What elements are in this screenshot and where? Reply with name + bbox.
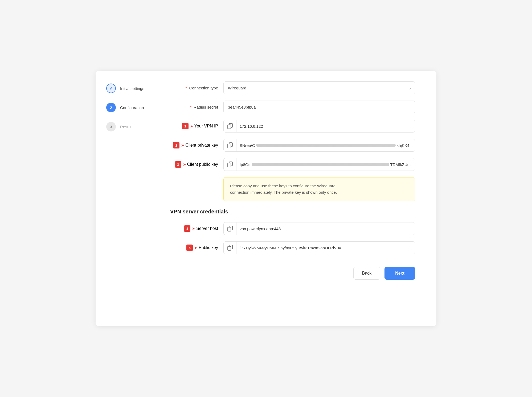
step-label-result: Result [120, 125, 132, 129]
public-key-start: Ip8Gtr [240, 162, 251, 167]
client-public-key-field: Ip8Gtr TRMfkZUs= [223, 158, 415, 171]
server-public-key-text: lPYDylwk5X4tyUMNT9ny/nyPSyHwk31mzm2ahOH7… [240, 246, 341, 250]
public-key-end: TRMfkZUs= [390, 162, 412, 167]
footer-actions: Back Next [170, 263, 415, 280]
svg-rect-3 [228, 144, 231, 148]
arrow-icon-2: ➤ [181, 143, 184, 147]
radius-secret-label: * Radius secret [170, 105, 223, 109]
step-label-initial-settings: Initial settings [120, 86, 144, 91]
next-button[interactable]: Next [384, 267, 415, 280]
radius-secret-row: * Radius secret [170, 101, 415, 113]
connection-type-row: * Connection type Wireguard OpenVPN ⌄ [170, 81, 415, 94]
info-box-text: Please copy and use these keys to config… [230, 184, 337, 195]
back-button[interactable]: Back [353, 267, 380, 280]
step-item-initial-settings: ✓ Initial settings [106, 84, 159, 93]
server-public-key-field: lPYDylwk5X4tyUMNT9ny/nyPSyHwk31mzm2ahOH7… [223, 241, 415, 254]
client-private-key-field: SNreu/C khjKX4= [223, 139, 415, 152]
vpn-ip-value: 172.16.6.122 [236, 124, 415, 129]
step-item-configuration: 2 Configuration [106, 103, 159, 112]
sidebar: ✓ Initial settings 2 Configuration 3 Res… [106, 81, 159, 316]
server-host-value: vpn.powerlynx.app:443 [236, 226, 415, 231]
server-public-key-label-wrapper: 5 ➤ Public key [170, 245, 223, 251]
arrow-icon-4: ➤ [192, 226, 195, 231]
svg-rect-1 [228, 125, 231, 129]
private-key-blur [256, 144, 396, 147]
vpn-ip-row: 1 ➤ Your VPN IP 172.16.6.122 [170, 120, 415, 133]
required-star-2: * [190, 105, 191, 109]
vpn-ip-text: 172.16.6.122 [240, 124, 263, 129]
radius-secret-input[interactable] [223, 101, 415, 113]
step-connector-1 [111, 94, 111, 102]
step-circle-2: 2 [106, 103, 116, 112]
client-public-key-label-wrapper: 3 ➤ Client public key [170, 161, 223, 168]
step-connector-2 [111, 113, 111, 121]
step-number-3: 3 [110, 125, 112, 129]
badge-1: 1 [182, 123, 189, 129]
badge-5: 5 [186, 245, 193, 251]
step-circle-3: 3 [106, 122, 116, 131]
badge-4: 4 [184, 225, 190, 232]
info-box: Please copy and use these keys to config… [223, 177, 415, 201]
vpn-ip-field: 172.16.6.122 [223, 120, 415, 133]
svg-rect-7 [228, 227, 231, 231]
arrow-icon-1: ➤ [190, 124, 193, 128]
client-private-key-label-wrapper: 2 ➤ Client private key [170, 142, 223, 148]
copy-icon-public-key[interactable] [224, 158, 236, 171]
server-host-field: vpn.powerlynx.app:443 [223, 222, 415, 235]
server-host-row: 4 ➤ Server host vpn.powerlynx.app:443 [170, 222, 415, 235]
vpn-credentials-title: VPN server credentials [170, 209, 415, 215]
connection-type-wrapper: Wireguard OpenVPN ⌄ [223, 81, 415, 94]
vpn-ip-label-wrapper: 1 ➤ Your VPN IP [170, 123, 223, 129]
server-public-key-row: 5 ➤ Public key lPYDylwk5X4tyUMNT9ny/nyPS… [170, 241, 415, 254]
arrow-icon-3: ➤ [183, 162, 186, 167]
connection-type-label: * Connection type [170, 86, 223, 90]
copy-icon-server-public-key[interactable] [224, 241, 236, 254]
private-key-start: SNreu/C [240, 143, 255, 148]
private-key-end: khjKX4= [397, 143, 412, 148]
connection-type-select[interactable]: Wireguard OpenVPN [223, 81, 415, 94]
step-item-result: 3 Result [106, 122, 159, 131]
step-number-2: 2 [110, 105, 112, 110]
client-private-key-value: SNreu/C khjKX4= [236, 143, 415, 148]
client-private-key-row: 2 ➤ Client private key SNreu/C khjKX4= [170, 139, 415, 152]
svg-rect-9 [228, 246, 231, 250]
client-public-key-value: Ip8Gtr TRMfkZUs= [236, 162, 415, 167]
public-key-blur [252, 163, 389, 166]
server-host-text: vpn.powerlynx.app:443 [240, 226, 281, 231]
badge-3: 3 [175, 161, 181, 168]
main-content: * Connection type Wireguard OpenVPN ⌄ * … [159, 81, 426, 316]
checkmark-icon: ✓ [109, 85, 113, 91]
badge-2: 2 [173, 142, 179, 148]
arrow-icon-5: ➤ [194, 246, 198, 250]
step-label-configuration: Configuration [120, 105, 144, 110]
copy-icon-private-key[interactable] [224, 139, 236, 152]
server-public-key-value: lPYDylwk5X4tyUMNT9ny/nyPSyHwk31mzm2ahOH7… [236, 246, 415, 250]
step-circle-1: ✓ [106, 84, 116, 93]
client-public-key-row: 3 ➤ Client public key Ip8Gtr TRMfkZUs= [170, 158, 415, 171]
required-star: * [186, 86, 187, 90]
copy-icon-vpn-ip[interactable] [224, 120, 236, 133]
copy-icon-server-host[interactable] [224, 222, 236, 235]
svg-rect-5 [228, 163, 231, 167]
server-host-label-wrapper: 4 ➤ Server host [170, 225, 223, 232]
